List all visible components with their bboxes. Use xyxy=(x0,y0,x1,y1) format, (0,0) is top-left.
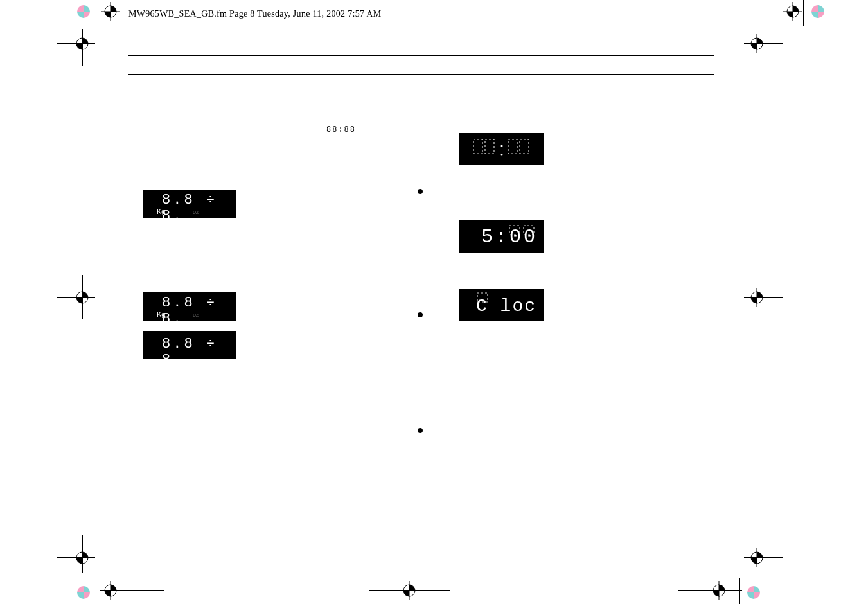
crop-mark-icon xyxy=(400,581,419,600)
lcd-digits: 5:00 xyxy=(481,226,538,248)
kg-label: Kg xyxy=(157,208,165,215)
lcd-display xyxy=(459,133,544,165)
crop-rule-icon xyxy=(82,275,83,319)
bullet-icon xyxy=(418,428,423,433)
svg-point-12 xyxy=(501,145,503,147)
registration-mark-color-icon xyxy=(747,586,760,599)
oz-label: oz xyxy=(193,209,199,215)
lcd-digits: C loc xyxy=(476,296,536,316)
oz-label: oz xyxy=(193,312,199,318)
crop-rule-icon xyxy=(57,557,95,558)
svg-rect-17 xyxy=(520,139,529,154)
column-separator xyxy=(420,84,420,179)
crop-rule-icon xyxy=(757,29,757,66)
registration-mark-color-icon xyxy=(811,5,824,18)
lcd-display: 8.8 ÷ 8. Kg oz xyxy=(143,190,236,218)
registration-mark-color-icon xyxy=(77,586,90,599)
svg-rect-16 xyxy=(508,139,517,154)
clock-icon: 88:88 xyxy=(326,125,356,134)
lcd-display: 8.8 ÷ 8. Kg oz xyxy=(143,292,236,321)
lcd-digits: 8.8 ÷ 8. xyxy=(162,295,236,327)
header-meta: MW965WB_SEA_GB.fm Page 8 Tuesday, June 1… xyxy=(128,9,381,19)
bullet-icon xyxy=(418,189,423,194)
lcd-display: 8.8 ÷ 8. xyxy=(143,331,236,359)
crop-mark-icon xyxy=(783,2,802,21)
lcd-display: C loc xyxy=(459,289,544,321)
svg-rect-14 xyxy=(485,139,494,154)
column-separator xyxy=(420,199,420,307)
kg-label: Kg xyxy=(157,310,165,318)
crop-rule-icon xyxy=(369,590,450,591)
content-top-rule xyxy=(128,55,714,56)
crop-rule-icon xyxy=(100,578,100,604)
bullet-icon xyxy=(418,312,423,317)
crop-rule-icon xyxy=(100,0,100,26)
crop-rule-icon xyxy=(757,275,757,319)
crop-rule-icon xyxy=(744,557,783,558)
column-separator xyxy=(420,438,420,493)
crop-rule-icon xyxy=(100,590,164,591)
crop-mark-icon xyxy=(709,581,729,600)
crop-rule-icon xyxy=(82,535,83,573)
svg-rect-15 xyxy=(474,139,483,154)
crop-rule-icon xyxy=(744,297,783,298)
lcd-digits: 8.8 ÷ 8. xyxy=(162,192,236,224)
crop-rule-icon xyxy=(744,43,783,44)
crop-rule-icon xyxy=(57,297,95,298)
svg-point-13 xyxy=(501,154,503,156)
lcd-digits: 8.8 ÷ 8. xyxy=(162,336,236,368)
lcd-display: 5:00 xyxy=(459,220,544,253)
column-separator xyxy=(420,323,420,419)
crop-rule-icon xyxy=(82,29,83,66)
crop-mark-icon xyxy=(101,581,120,600)
crop-rule-icon xyxy=(739,578,740,604)
registration-mark-color-icon xyxy=(77,5,90,18)
crop-rule-icon xyxy=(803,0,804,26)
content-top-rule-2 xyxy=(128,74,714,75)
crop-rule-icon xyxy=(678,590,742,591)
crop-rule-icon xyxy=(57,43,95,44)
crop-rule-icon xyxy=(757,535,757,573)
